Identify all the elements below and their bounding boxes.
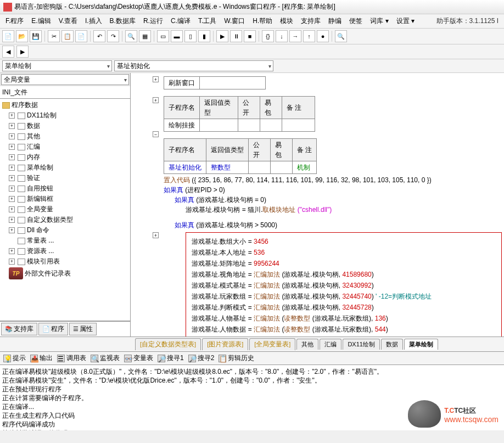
menu-edit[interactable]: E.编辑: [28, 15, 54, 27]
tree-item[interactable]: +自用按钮: [1, 183, 129, 194]
pause-button[interactable]: ⏸: [230, 30, 242, 42]
step-button[interactable]: {}: [262, 30, 274, 42]
menu-help[interactable]: H.帮助: [249, 15, 276, 27]
find-button[interactable]: 🔍: [125, 30, 137, 42]
menu-file[interactable]: F.程序: [2, 15, 27, 27]
cut-button[interactable]: ✂: [48, 30, 60, 42]
watermark: T.CTC社区 www.tcsqw.com: [408, 400, 499, 428]
tree-item[interactable]: +模块引用表: [1, 256, 129, 267]
tab-clipboard[interactable]: 📋剪辑历史: [219, 354, 254, 363]
tab-other[interactable]: 其他: [296, 339, 318, 350]
menu-view[interactable]: V.查看: [55, 15, 81, 27]
tree-item[interactable]: +内存: [1, 152, 129, 162]
tab-search1[interactable]: 🔎搜寻1: [158, 354, 184, 363]
menu-database[interactable]: B.数据库: [107, 15, 139, 27]
stepinto-button[interactable]: ↓: [276, 30, 288, 42]
tab-program[interactable]: 📄 程序: [38, 323, 68, 335]
new-button[interactable]: 📄: [2, 30, 14, 42]
sidebar-tabs: 📚 支持库 📄 程序 ☰ 属性: [0, 321, 130, 337]
open-button[interactable]: 📂: [16, 30, 28, 42]
stop-button[interactable]: ■: [244, 30, 256, 42]
tab-search2[interactable]: 🔎搜寻2: [188, 354, 215, 363]
menu-static[interactable]: 静编: [325, 15, 345, 27]
toolbar-nav: ◀ ▶: [0, 44, 504, 59]
menu-dict[interactable]: 词库 ▾: [367, 15, 391, 27]
tree-item[interactable]: +DX11绘制: [1, 110, 129, 121]
tree-item[interactable]: +汇编: [1, 142, 129, 152]
menu-insert[interactable]: I.插入: [82, 15, 105, 27]
copy-button[interactable]: 📋: [61, 30, 74, 42]
sidebar: 全局变量 INI_文件 程序数据 +DX11绘制 +数据 +其他 +汇编 +内存…: [0, 73, 131, 337]
menu-window[interactable]: W.窗口: [221, 15, 248, 27]
tab-menu-draw[interactable]: 菜单绘制: [404, 339, 438, 350]
tab-asm[interactable]: 汇编: [320, 339, 341, 350]
stepout-button[interactable]: ↑: [303, 30, 315, 42]
fold-icon[interactable]: −: [153, 131, 159, 137]
module-combo[interactable]: 菜单绘制: [2, 60, 112, 71]
menu-compile[interactable]: C.编译: [167, 15, 194, 27]
redo-button[interactable]: ↷: [107, 30, 119, 42]
layout4-button[interactable]: ▮: [198, 30, 210, 42]
tab-data[interactable]: 数据: [381, 339, 403, 350]
tab-global-vars[interactable]: [全局变量表]: [249, 338, 295, 350]
nav-fwd-button[interactable]: ▶: [16, 46, 29, 58]
tree-item[interactable]: +资源表 ...: [1, 246, 129, 256]
menu-bar: F.程序 E.编辑 V.查看 I.插入 B.数据库 R.运行 C.编译 T.工具…: [0, 14, 504, 29]
layout1-button[interactable]: ▭: [157, 30, 169, 42]
tab-vars[interactable]: 👓变量表: [124, 354, 153, 363]
tab-watch[interactable]: 🔍监视表: [91, 354, 120, 363]
tree-item[interactable]: +自定义数据类型: [1, 215, 129, 225]
code-block-highlight: 游戏基址.数组大小 = 3456 游戏基址.本人地址 = 536 游戏基址.矩阵…: [186, 232, 502, 337]
run-button[interactable]: ▶: [216, 30, 228, 42]
output-line: 正在预处理现行程序: [2, 385, 502, 394]
tree-item[interactable]: +新编辑框: [1, 194, 129, 204]
undo-button[interactable]: ↶: [93, 30, 105, 42]
tree-item[interactable]: +菜单绘制: [1, 162, 129, 173]
tree-item[interactable]: 常量表 ...: [1, 235, 129, 246]
tree-item[interactable]: +全局变量: [1, 204, 129, 215]
window-title: 易语言-加密狗版 - C:\Users\dafang\Desktop\逐鹿人\逐…: [14, 2, 335, 12]
tab-hint[interactable]: 💡提示: [3, 354, 26, 363]
menu-note[interactable]: 便签: [346, 15, 366, 27]
menu-module[interactable]: 模块: [277, 15, 296, 27]
tab-image-res[interactable]: [图片资源表]: [202, 338, 248, 350]
breakpoint-button[interactable]: ●: [317, 30, 329, 42]
menu-tools[interactable]: T.工具: [195, 15, 220, 27]
combo-bar: 菜单绘制 基址初始化: [0, 59, 504, 73]
function-combo[interactable]: 基址初始化: [114, 60, 273, 71]
tab-support-lib[interactable]: 📚 支持库: [1, 323, 37, 335]
menu-settings[interactable]: 设置 ▾: [393, 15, 418, 27]
search-button[interactable]: 🔍: [335, 30, 347, 42]
global-var-combo[interactable]: 全局变量: [1, 74, 129, 85]
tab-custom-types[interactable]: [自定义数据类型表]: [135, 338, 201, 350]
layout2-button[interactable]: ▬: [171, 30, 183, 42]
tree-root[interactable]: 程序数据: [1, 100, 129, 110]
code-editor[interactable]: + 刷新窗口 + 子程序名返回值类型公开易包备 注 绘制挂接 − 子程序名返回值…: [131, 73, 504, 337]
menu-lib[interactable]: 支持库: [298, 15, 324, 27]
db-button[interactable]: ▦: [139, 30, 151, 42]
version-label: 助手版本：3.1.1125 I: [433, 15, 502, 27]
save-button[interactable]: 💾: [30, 30, 42, 42]
tab-calltable[interactable]: ☰调用表: [57, 354, 86, 363]
tab-output[interactable]: 📤输出: [30, 354, 53, 363]
tree-item[interactable]: +数据: [1, 121, 129, 131]
ini-file-item[interactable]: INI_文件: [1, 87, 129, 98]
tree-item[interactable]: +验证: [1, 173, 129, 183]
menu-run[interactable]: R.运行: [140, 15, 166, 27]
tree-item[interactable]: TP外部文件记录表: [1, 267, 129, 280]
layout3-button[interactable]: ▯: [184, 30, 197, 42]
tab-properties[interactable]: ☰ 属性: [69, 323, 97, 335]
paste-button[interactable]: 📄: [75, 30, 87, 42]
fold-icon[interactable]: +: [153, 97, 159, 103]
nav-back-button[interactable]: ◀: [2, 46, 14, 58]
output-panel[interactable]: 正在编译易模块"超级模块（8.0正式版）"，文件名："D:\e\模块\超级模块8…: [0, 365, 504, 430]
mascot-icon: [408, 400, 441, 428]
fold-icon[interactable]: +: [153, 76, 159, 82]
tp-icon: TP: [9, 267, 23, 279]
fold-icon[interactable]: +: [153, 232, 159, 238]
tree-item[interactable]: +Dll 命令: [1, 225, 129, 235]
tree-item[interactable]: +其他: [1, 131, 129, 142]
stepover-button[interactable]: →: [289, 30, 301, 42]
output-line: 正在编译易模块"安生"，文件名："D:\e\模块\优化版Drice.ec"，版本…: [2, 376, 502, 385]
tab-dx11[interactable]: DX11绘制: [343, 339, 380, 350]
